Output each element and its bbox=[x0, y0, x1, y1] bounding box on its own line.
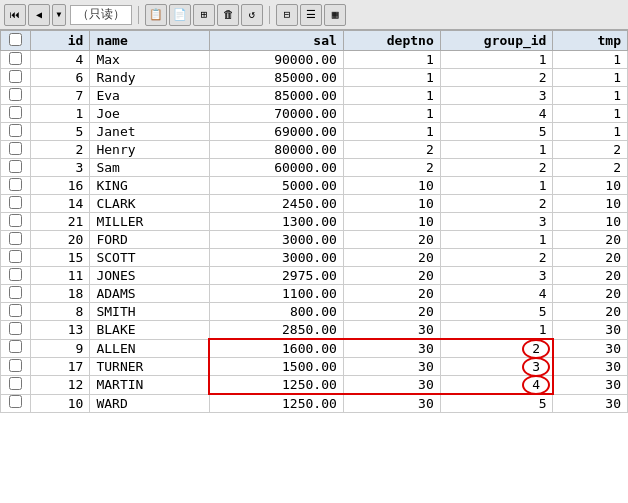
table-row: 21MILLER1300.0010310 bbox=[1, 213, 628, 231]
cell-tmp: 20 bbox=[553, 249, 628, 267]
cell-tmp: 20 bbox=[553, 231, 628, 249]
row-checkbox[interactable] bbox=[9, 232, 22, 245]
cell-name: SCOTT bbox=[90, 249, 209, 267]
cell-deptno: 30 bbox=[343, 339, 440, 358]
row-checkbox-cell[interactable] bbox=[1, 159, 31, 177]
delete-button[interactable]: 🗑 bbox=[217, 4, 239, 26]
cell-deptno: 1 bbox=[343, 87, 440, 105]
cell-name: JONES bbox=[90, 267, 209, 285]
cell-id: 15 bbox=[30, 249, 90, 267]
row-checkbox[interactable] bbox=[9, 286, 22, 299]
row-checkbox-cell[interactable] bbox=[1, 394, 31, 413]
table-row: 14CLARK2450.0010210 bbox=[1, 195, 628, 213]
cell-sal: 69000.00 bbox=[209, 123, 343, 141]
row-checkbox[interactable] bbox=[9, 359, 22, 372]
row-checkbox-cell[interactable] bbox=[1, 358, 31, 376]
row-checkbox-cell[interactable] bbox=[1, 376, 31, 395]
paste-button[interactable]: 📄 bbox=[169, 4, 191, 26]
cell-sal: 1300.00 bbox=[209, 213, 343, 231]
cell-group-id: 2 bbox=[440, 195, 553, 213]
row-checkbox-cell[interactable] bbox=[1, 69, 31, 87]
row-checkbox[interactable] bbox=[9, 160, 22, 173]
toolbar: ⏮ ◀ ▼ （只读） 📋 📄 ⊞ 🗑 ↺ ⊟ ☰ ▦ bbox=[0, 0, 628, 30]
cell-name: KING bbox=[90, 177, 209, 195]
table-row: 11JONES2975.0020320 bbox=[1, 267, 628, 285]
nav-first-button[interactable]: ⏮ bbox=[4, 4, 26, 26]
cell-tmp: 2 bbox=[553, 141, 628, 159]
row-checkbox-cell[interactable] bbox=[1, 231, 31, 249]
row-checkbox[interactable] bbox=[9, 178, 22, 191]
cell-name: FORD bbox=[90, 231, 209, 249]
cell-deptno: 20 bbox=[343, 249, 440, 267]
cell-sal: 1100.00 bbox=[209, 285, 343, 303]
toolbar-view-group: ⊟ ☰ ▦ bbox=[276, 4, 346, 26]
row-checkbox[interactable] bbox=[9, 304, 22, 317]
row-checkbox[interactable] bbox=[9, 52, 22, 65]
cell-sal: 85000.00 bbox=[209, 87, 343, 105]
nav-prev-button[interactable]: ◀ bbox=[28, 4, 50, 26]
copy-button[interactable]: 📋 bbox=[145, 4, 167, 26]
table-row: 17TURNER1500.0030330 bbox=[1, 358, 628, 376]
row-checkbox[interactable] bbox=[9, 322, 22, 335]
row-checkbox[interactable] bbox=[9, 250, 22, 263]
cell-name: Max bbox=[90, 51, 209, 69]
grid-button[interactable]: ⊞ bbox=[193, 4, 215, 26]
list-view-button[interactable]: ☰ bbox=[300, 4, 322, 26]
cell-name: CLARK bbox=[90, 195, 209, 213]
refresh-button[interactable]: ↺ bbox=[241, 4, 263, 26]
row-checkbox-cell[interactable] bbox=[1, 321, 31, 340]
row-checkbox-cell[interactable] bbox=[1, 141, 31, 159]
header-sal: sal bbox=[209, 31, 343, 51]
cell-deptno: 20 bbox=[343, 231, 440, 249]
row-checkbox-cell[interactable] bbox=[1, 51, 31, 69]
cell-name: MILLER bbox=[90, 213, 209, 231]
row-checkbox-cell[interactable] bbox=[1, 123, 31, 141]
row-checkbox-cell[interactable] bbox=[1, 195, 31, 213]
row-checkbox[interactable] bbox=[9, 214, 22, 227]
row-checkbox-cell[interactable] bbox=[1, 249, 31, 267]
row-checkbox[interactable] bbox=[9, 395, 22, 408]
row-checkbox[interactable] bbox=[9, 340, 22, 353]
row-checkbox[interactable] bbox=[9, 377, 22, 390]
cell-group-id: 1 bbox=[440, 177, 553, 195]
row-checkbox-cell[interactable] bbox=[1, 285, 31, 303]
dropdown-button[interactable]: ▼ bbox=[52, 4, 66, 26]
row-checkbox[interactable] bbox=[9, 106, 22, 119]
row-checkbox[interactable] bbox=[9, 142, 22, 155]
header-name: name bbox=[90, 31, 209, 51]
table-row: 3Sam60000.00222 bbox=[1, 159, 628, 177]
cell-id: 1 bbox=[30, 105, 90, 123]
table-view-button[interactable]: ⊟ bbox=[276, 4, 298, 26]
cell-name: Joe bbox=[90, 105, 209, 123]
table-row: 13BLAKE2850.0030130 bbox=[1, 321, 628, 340]
cell-tmp: 10 bbox=[553, 195, 628, 213]
cell-sal: 1500.00 bbox=[209, 358, 343, 376]
cell-tmp: 20 bbox=[553, 303, 628, 321]
row-checkbox-cell[interactable] bbox=[1, 177, 31, 195]
row-checkbox[interactable] bbox=[9, 70, 22, 83]
row-checkbox[interactable] bbox=[9, 196, 22, 209]
cell-deptno: 30 bbox=[343, 321, 440, 340]
select-all-checkbox[interactable] bbox=[9, 33, 22, 46]
row-checkbox[interactable] bbox=[9, 124, 22, 137]
cell-deptno: 30 bbox=[343, 376, 440, 395]
cell-name: ADAMS bbox=[90, 285, 209, 303]
row-checkbox[interactable] bbox=[9, 268, 22, 281]
cell-tmp: 30 bbox=[553, 321, 628, 340]
header-checkbox[interactable] bbox=[1, 31, 31, 51]
row-checkbox-cell[interactable] bbox=[1, 267, 31, 285]
row-checkbox-cell[interactable] bbox=[1, 105, 31, 123]
cell-group-id: 5 bbox=[440, 123, 553, 141]
row-checkbox-cell[interactable] bbox=[1, 87, 31, 105]
readonly-label: （只读） bbox=[70, 5, 132, 25]
form-view-button[interactable]: ▦ bbox=[324, 4, 346, 26]
header-tmp: tmp bbox=[553, 31, 628, 51]
cell-id: 9 bbox=[30, 339, 90, 358]
row-checkbox-cell[interactable] bbox=[1, 213, 31, 231]
row-checkbox[interactable] bbox=[9, 88, 22, 101]
cell-sal: 1250.00 bbox=[209, 376, 343, 395]
row-checkbox-cell[interactable] bbox=[1, 339, 31, 358]
cell-tmp: 1 bbox=[553, 105, 628, 123]
row-checkbox-cell[interactable] bbox=[1, 303, 31, 321]
cell-name: WARD bbox=[90, 394, 209, 413]
